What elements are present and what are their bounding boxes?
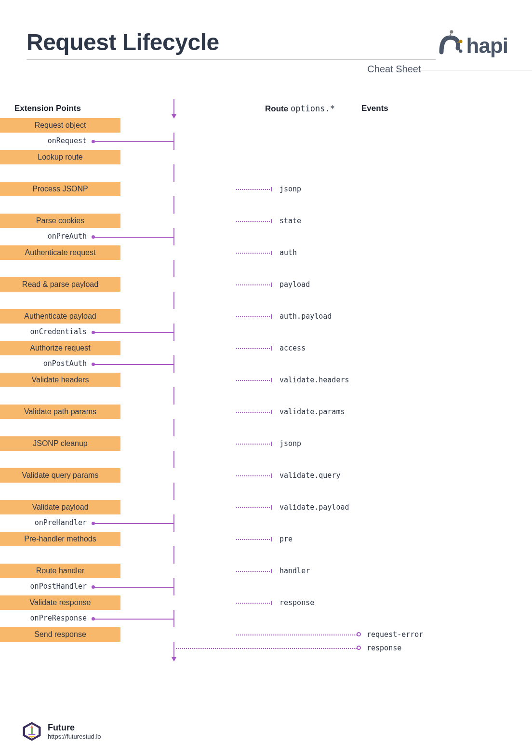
extension-point: onPostHandler xyxy=(19,582,87,591)
option-connector-icon xyxy=(236,348,272,349)
lifecycle-step: Validate response xyxy=(0,595,120,610)
route-option: validate.params xyxy=(279,407,345,416)
extension-connector-icon xyxy=(94,364,173,365)
route-option: response xyxy=(279,598,314,607)
flow-connector-icon xyxy=(173,164,174,182)
option-connector-icon xyxy=(236,253,272,254)
flow-connector-icon xyxy=(173,546,174,564)
lifecycle-step: Validate path params xyxy=(0,405,120,419)
lifecycle-step: Validate query params xyxy=(0,468,120,483)
option-connector-icon xyxy=(236,316,272,317)
footer-brand: Future xyxy=(48,723,101,733)
header: Request Lifecycle Cheat Sheet hapi xyxy=(0,0,532,80)
lifecycle-step: Parse cookies xyxy=(0,214,120,228)
lifecycle-step: Request object xyxy=(0,118,120,133)
lifecycle-step: JSONP cleanup xyxy=(0,436,120,451)
route-option: auth.payload xyxy=(279,312,332,321)
route-option: validate.query xyxy=(279,471,340,480)
lifecycle-step: Lookup route xyxy=(0,150,120,164)
extension-connector-icon xyxy=(94,587,173,588)
flow-connector-icon xyxy=(173,514,174,532)
route-option: payload xyxy=(279,280,310,289)
header-route-code: options.* xyxy=(291,104,335,113)
lifecycle-step: Process JSONP xyxy=(0,182,120,196)
route-option: jsonp xyxy=(279,185,301,193)
option-tick-icon xyxy=(271,283,272,287)
extension-connector-icon xyxy=(94,332,173,333)
extension-point: onPreAuth xyxy=(19,232,87,241)
flow-connector-icon xyxy=(173,292,174,309)
route-option: state xyxy=(279,216,301,225)
extension-point: onPreResponse xyxy=(19,614,87,622)
page-title: Request Lifecycle xyxy=(27,29,436,55)
flow-connector-icon xyxy=(173,451,174,468)
flow-connector-icon xyxy=(173,260,174,277)
option-connector-icon xyxy=(236,380,272,381)
futurestudio-logo-icon xyxy=(22,721,42,742)
option-tick-icon xyxy=(271,569,272,573)
option-tick-icon xyxy=(271,346,272,351)
extension-point: onRequest xyxy=(19,136,87,145)
title-block: Request Lifecycle Cheat Sheet xyxy=(27,29,436,75)
option-tick-icon xyxy=(271,537,272,541)
header-route: Route options.* xyxy=(265,104,335,114)
entry-arrow-icon xyxy=(173,99,174,118)
flow-connector-icon xyxy=(173,483,174,500)
lifecycle-step: Authenticate payload xyxy=(0,309,120,324)
flow-connector-icon xyxy=(173,578,174,595)
header-extension-points: Extension Points xyxy=(14,104,81,113)
svg-rect-8 xyxy=(31,727,33,734)
option-connector-icon xyxy=(236,284,272,285)
extension-point: onPreHandler xyxy=(19,518,87,527)
header-rule-right xyxy=(397,70,532,70)
event-label: response xyxy=(367,644,401,652)
extension-connector-icon xyxy=(94,237,173,238)
flow-connector-icon xyxy=(173,387,174,405)
option-connector-icon xyxy=(236,475,272,476)
option-tick-icon xyxy=(271,601,272,605)
flow-connector-icon xyxy=(173,355,174,373)
page-subtitle: Cheat Sheet xyxy=(27,59,436,75)
lifecycle-step: Route handler xyxy=(0,564,120,578)
route-option: handler xyxy=(279,567,310,575)
extension-point: onCredentials xyxy=(19,327,87,336)
option-tick-icon xyxy=(271,187,272,191)
lifecycle-step: Read & parse payload xyxy=(0,277,120,292)
lifecycle-step: Authenticate request xyxy=(0,245,120,260)
flow-connector-icon xyxy=(173,196,174,214)
event-ring-icon xyxy=(357,632,361,636)
lifecycle-step: Validate payload xyxy=(0,500,120,514)
option-connector-icon xyxy=(236,507,272,508)
option-tick-icon xyxy=(271,378,272,382)
footer-url: https://futurestud.io xyxy=(48,733,101,740)
flow-connector-icon xyxy=(173,133,174,150)
event-label: request-error xyxy=(367,630,423,639)
option-tick-icon xyxy=(271,505,272,510)
route-option: validate.headers xyxy=(279,376,349,384)
exit-arrow-icon xyxy=(173,642,174,661)
option-tick-icon xyxy=(271,442,272,446)
flow-connector-icon xyxy=(173,610,174,627)
flow-connector-icon xyxy=(173,324,174,341)
flow-connector-icon xyxy=(173,419,174,436)
lifecycle-step: Send response xyxy=(0,627,120,642)
route-option: validate.payload xyxy=(279,503,349,512)
option-connector-icon xyxy=(236,189,272,190)
route-option: jsonp xyxy=(279,439,301,448)
option-connector-icon xyxy=(236,412,272,413)
header-route-label: Route xyxy=(265,104,288,113)
option-tick-icon xyxy=(271,473,272,478)
extension-connector-icon xyxy=(94,523,173,524)
option-tick-icon xyxy=(271,219,272,223)
option-tick-icon xyxy=(271,410,272,414)
event-connector-icon xyxy=(236,634,357,635)
lifecycle-step: Pre-handler methods xyxy=(0,532,120,546)
lifecycle-step: Validate headers xyxy=(0,373,120,387)
option-connector-icon xyxy=(236,571,272,572)
option-tick-icon xyxy=(271,314,272,319)
footer: Future https://futurestud.io xyxy=(22,721,101,742)
hapi-logo-icon xyxy=(436,29,465,58)
flow-connector-icon xyxy=(173,228,174,245)
event-connector-icon xyxy=(176,648,357,649)
option-tick-icon xyxy=(271,251,272,255)
